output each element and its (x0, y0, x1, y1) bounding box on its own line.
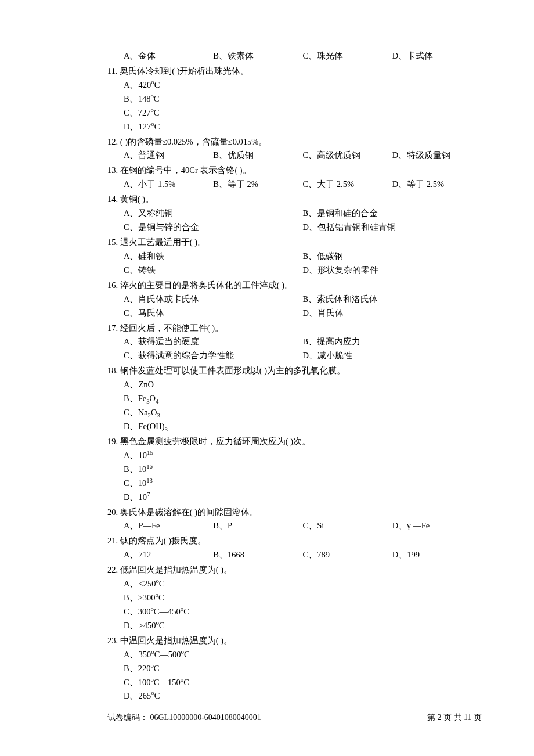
question-16: 16. 淬火的主要目的是将奥氏体化的工件淬成( )。 A、肖氏体或卡氏体 B、索… (107, 279, 482, 321)
option-d: D、γ —Fe (392, 519, 482, 533)
option-a: A、肖氏体或卡氏体 (124, 293, 303, 307)
option-d: D、特级质量钢 (392, 149, 482, 163)
question-stem: 17. 经回火后，不能使工件( )。 (107, 322, 482, 336)
question-11: 11. 奥氏体冷却到( )开始析出珠光体。 A、420oC B、148oC C、… (107, 64, 482, 134)
option-d: D、形状复杂的零件 (303, 264, 482, 278)
option-c: C、马氏体 (124, 307, 303, 321)
option-a: A、350oC—500oC (124, 648, 482, 662)
question-stem: 16. 淬火的主要目的是将奥氏体化的工件淬成( )。 (107, 279, 482, 293)
option-c: C、1013 (124, 477, 482, 491)
question-stem: 22. 低温回火是指加热温度为( )。 (107, 563, 482, 577)
question-17: 17. 经回火后，不能使工件( )。 A、获得适当的硬度 B、提高内应力 C、获… (107, 322, 482, 363)
option-c: C、Na2O3 (124, 406, 482, 420)
exam-code: 试卷编码： 06GL10000000-60401080040001 (107, 711, 261, 724)
option-d: D、肖氏体 (303, 307, 482, 321)
option-c: C、铸铁 (124, 264, 303, 278)
option-b: B、优质钢 (213, 149, 302, 163)
option-d: D、265oC (124, 689, 482, 703)
option-c: C、珠光体 (303, 49, 392, 63)
question-stem: 13. 在钢的编号中，40Cr 表示含铬( )。 (107, 164, 482, 178)
option-b: B、148oC (124, 92, 482, 106)
question-14: 14. 黄铜( )。 A、又称纯铜 B、是铜和硅的合金 C、是铜与锌的合金 D、… (107, 193, 482, 235)
option-a: A、P—Fe (124, 519, 213, 533)
option-a: A、<250oC (124, 577, 482, 591)
option-a: A、小于 1.5% (124, 178, 213, 192)
option-a: A、1015 (124, 449, 482, 463)
option-b: B、索氏体和洛氏体 (303, 293, 482, 307)
option-d: D、卡式体 (392, 49, 482, 63)
question-stem: 23. 中温回火是指加热温度为( )。 (107, 634, 482, 648)
option-a: A、ZnO (124, 378, 482, 392)
question-22: 22. 低温回火是指加热温度为( )。 A、<250oC B、>300oC C、… (107, 563, 482, 633)
option-a: A、获得适当的硬度 (124, 335, 303, 349)
question-15: 15. 退火工艺最适用于( )。 A、硅和铁 B、低碳钢 C、铸铁 D、形状复杂… (107, 236, 482, 278)
question-19: 19. 黑色金属测疲劳极限时，应力循环周次应为( )次。 A、1015 B、10… (107, 435, 482, 505)
question-stem: 18. 钢件发蓝处理可以使工件表面形成以( )为主的多孔氧化膜。 (107, 364, 482, 378)
option-c: C、727oC (124, 106, 482, 120)
option-b: B、是铜和硅的合金 (303, 207, 482, 221)
option-b: B、低碳钢 (303, 250, 482, 264)
option-d: D、199 (392, 548, 482, 562)
question-stem: 11. 奥氏体冷却到( )开始析出珠光体。 (107, 64, 482, 78)
option-a: A、712 (124, 548, 213, 562)
question-stem: 19. 黑色金属测疲劳极限时，应力循环周次应为( )次。 (107, 435, 482, 449)
option-c: C、Si (303, 519, 392, 533)
question-21: 21. 钛的熔点为( )摄氏度。 A、712 B、1668 C、789 D、19… (107, 534, 482, 562)
question-13: 13. 在钢的编号中，40Cr 表示含铬( )。 A、小于 1.5% B、等于 … (107, 164, 482, 192)
question-12: 12. ( )的含磷量≤0.025%，含硫量≤0.015%。 A、普通钢 B、优… (107, 135, 482, 163)
option-a: A、硅和铁 (124, 250, 303, 264)
option-d: D、>450oC (124, 619, 482, 633)
option-b: B、Fe3O4 (124, 392, 482, 406)
question-stem: 21. 钛的熔点为( )摄氏度。 (107, 534, 482, 548)
option-a: A、普通钢 (124, 149, 213, 163)
question-stem: 12. ( )的含磷量≤0.025%，含硫量≤0.015%。 (107, 135, 482, 149)
option-a: A、金体 (124, 49, 213, 63)
option-d: D、Fe(OH)3 (124, 420, 482, 434)
option-d: D、减小脆性 (303, 349, 482, 363)
question-stem: 20. 奥氏体是碳溶解在( )的间隙固溶体。 (107, 506, 482, 520)
page-footer: 试卷编码： 06GL10000000-60401080040001 第 2 页 … (107, 708, 482, 724)
option-a: A、420oC (124, 78, 482, 92)
option-b: B、等于 2% (213, 178, 302, 192)
option-d: D、等于 2.5% (392, 178, 482, 192)
option-c: C、是铜与锌的合金 (124, 221, 303, 235)
question-18: 18. 钢件发蓝处理可以使工件表面形成以( )为主的多孔氧化膜。 A、ZnO B… (107, 364, 482, 434)
option-d: D、包括铝青铜和硅青铜 (303, 221, 482, 235)
question-stem: 15. 退火工艺最适用于( )。 (107, 236, 482, 250)
question-20: 20. 奥氏体是碳溶解在( )的间隙固溶体。 A、P—Fe B、P C、Si D… (107, 506, 482, 534)
exam-page: A、金体 B、铁素体 C、珠光体 D、卡式体 11. 奥氏体冷却到( )开始析出… (0, 0, 534, 748)
option-b: B、P (213, 519, 302, 533)
option-b: B、220oC (124, 662, 482, 676)
option-b: B、1016 (124, 463, 482, 477)
option-b: B、>300oC (124, 591, 482, 605)
option-b: B、1668 (213, 548, 302, 562)
page-number: 第 2 页 共 11 页 (427, 711, 482, 724)
option-b: B、铁素体 (213, 49, 302, 63)
option-d: D、127oC (124, 120, 482, 134)
option-b: B、提高内应力 (303, 335, 482, 349)
option-c: C、大于 2.5% (303, 178, 392, 192)
question-10-options: A、金体 B、铁素体 C、珠光体 D、卡式体 (107, 49, 482, 63)
option-c: C、300oC—450oC (124, 605, 482, 619)
option-c: C、789 (303, 548, 392, 562)
option-d: D、107 (124, 491, 482, 505)
option-c: C、100oC—150oC (124, 676, 482, 690)
option-c: C、获得满意的综合力学性能 (124, 349, 303, 363)
option-c: C、高级优质钢 (303, 149, 392, 163)
option-a: A、又称纯铜 (124, 207, 303, 221)
question-23: 23. 中温回火是指加热温度为( )。 A、350oC—500oC B、220o… (107, 634, 482, 704)
question-stem: 14. 黄铜( )。 (107, 193, 482, 207)
